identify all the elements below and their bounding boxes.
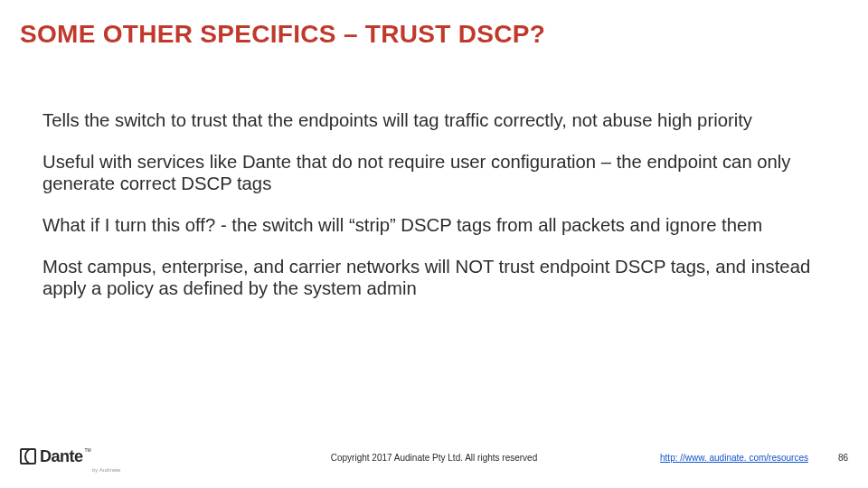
body-paragraph: Most campus, enterprise, and carrier net… <box>42 257 818 300</box>
slide: SOME OTHER SPECIFICS – TRUST DSCP? Tells… <box>0 0 868 488</box>
dante-logo-text: Dante <box>40 448 83 465</box>
dante-logo-icon <box>20 448 36 465</box>
dante-logo-tm: TM <box>85 448 91 453</box>
footer: Dante TM by Audinate Copyright 2017 Audi… <box>0 450 868 475</box>
dante-logo: Dante TM <box>20 448 91 465</box>
page-number: 86 <box>838 453 848 463</box>
body-paragraph: What if I turn this off? - the switch wi… <box>42 215 818 237</box>
resources-link[interactable]: http: //www. audinate. com/resources <box>660 453 808 463</box>
slide-body: Tells the switch to trust that the endpo… <box>42 110 818 320</box>
body-paragraph: Tells the switch to trust that the endpo… <box>42 110 818 132</box>
slide-title: SOME OTHER SPECIFICS – TRUST DSCP? <box>20 20 832 49</box>
copyright-text: Copyright 2017 Audinate Pty Ltd. All rig… <box>331 453 537 463</box>
body-paragraph: Useful with services like Dante that do … <box>42 152 818 195</box>
dante-logo-byline: by Audinate <box>92 467 120 473</box>
